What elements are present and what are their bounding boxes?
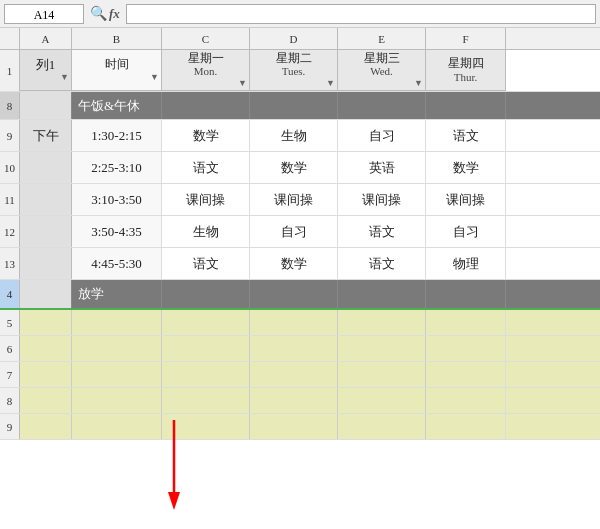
cell-e12[interactable]: 语文: [338, 216, 426, 247]
cell-c18[interactable]: [162, 388, 250, 413]
cell-a17[interactable]: [20, 362, 72, 387]
cell-f11[interactable]: 课间操: [426, 184, 506, 215]
cell-c9[interactable]: 数学: [162, 120, 250, 151]
cell-f9[interactable]: 语文: [426, 120, 506, 151]
cell-a18[interactable]: [20, 388, 72, 413]
dropdown-arrow-e1[interactable]: ▼: [414, 78, 423, 89]
cell-d18[interactable]: [250, 388, 338, 413]
cell-e1[interactable]: 星期三 Wed. ▼: [338, 50, 426, 91]
cell-c13[interactable]: 语文: [162, 248, 250, 279]
cell-f16[interactable]: [426, 336, 506, 361]
cell-f13[interactable]: 物理: [426, 248, 506, 279]
cell-b1[interactable]: 时间 ▼: [72, 50, 162, 91]
cell-e16[interactable]: [338, 336, 426, 361]
cell-f8[interactable]: [426, 92, 506, 119]
cell-reference-box[interactable]: A14: [4, 4, 84, 24]
cell-b12[interactable]: 3:50-4:35: [72, 216, 162, 247]
formula-toolbar: A14 🔍 fx: [0, 0, 600, 28]
cell-c8[interactable]: [162, 92, 250, 119]
svg-marker-1: [168, 492, 180, 510]
cell-b14[interactable]: 放学: [72, 280, 162, 308]
cell-e15[interactable]: [338, 310, 426, 335]
cell-a14[interactable]: [20, 280, 72, 308]
cell-a10[interactable]: [20, 152, 72, 183]
cell-e9[interactable]: 自习: [338, 120, 426, 151]
cell-a13[interactable]: [20, 248, 72, 279]
cell-d13[interactable]: 数学: [250, 248, 338, 279]
col-header-a[interactable]: A: [20, 28, 72, 49]
cell-f12[interactable]: 自习: [426, 216, 506, 247]
cell-d17[interactable]: [250, 362, 338, 387]
column-headers-row: A B C D E F: [0, 28, 600, 50]
cell-f19[interactable]: [426, 414, 506, 439]
col-header-c[interactable]: C: [162, 28, 250, 49]
cell-e19[interactable]: [338, 414, 426, 439]
cell-b16[interactable]: [72, 336, 162, 361]
cell-e11[interactable]: 课间操: [338, 184, 426, 215]
cell-b15[interactable]: [72, 310, 162, 335]
cell-e14[interactable]: [338, 280, 426, 308]
formula-bar[interactable]: [126, 4, 596, 24]
cell-e10[interactable]: 英语: [338, 152, 426, 183]
cell-d10[interactable]: 数学: [250, 152, 338, 183]
cell-b13[interactable]: 4:45-5:30: [72, 248, 162, 279]
cell-b11[interactable]: 3:10-3:50: [72, 184, 162, 215]
corner-cell: [0, 28, 20, 49]
cell-b9[interactable]: 1:30-2:15: [72, 120, 162, 151]
cell-e18[interactable]: [338, 388, 426, 413]
col-header-d[interactable]: D: [250, 28, 338, 49]
cell-f1[interactable]: 星期四 Thur.: [426, 50, 506, 91]
cell-a19[interactable]: [20, 414, 72, 439]
dropdown-arrow-b1[interactable]: ▼: [150, 72, 159, 83]
cell-b17[interactable]: [72, 362, 162, 387]
cell-d9[interactable]: 生物: [250, 120, 338, 151]
dropdown-arrow-c1[interactable]: ▼: [238, 78, 247, 89]
cell-d14[interactable]: [250, 280, 338, 308]
col-header-e[interactable]: E: [338, 28, 426, 49]
cell-d1[interactable]: 星期二 Tues. ▼: [250, 50, 338, 91]
cell-a11[interactable]: [20, 184, 72, 215]
cell-d15[interactable]: [250, 310, 338, 335]
cell-c12[interactable]: 生物: [162, 216, 250, 247]
cell-c1[interactable]: 星期一 Mon. ▼: [162, 50, 250, 91]
cell-f15[interactable]: [426, 310, 506, 335]
cell-b10[interactable]: 2:25-3:10: [72, 152, 162, 183]
row-num-16: 6: [0, 336, 20, 361]
cell-c14[interactable]: [162, 280, 250, 308]
cell-f10[interactable]: 数学: [426, 152, 506, 183]
cell-e13[interactable]: 语文: [338, 248, 426, 279]
row-num-19: 9: [0, 414, 20, 439]
dismissal-row: 4 放学: [0, 280, 600, 310]
cell-d12[interactable]: 自习: [250, 216, 338, 247]
cell-a12[interactable]: [20, 216, 72, 247]
cell-e17[interactable]: [338, 362, 426, 387]
cell-c16[interactable]: [162, 336, 250, 361]
cell-c15[interactable]: [162, 310, 250, 335]
row-num-15: 5: [0, 310, 20, 335]
cell-d16[interactable]: [250, 336, 338, 361]
cell-f17[interactable]: [426, 362, 506, 387]
cell-d8[interactable]: [250, 92, 338, 119]
cell-f14[interactable]: [426, 280, 506, 308]
cell-a9[interactable]: 下午: [20, 120, 72, 151]
cell-b8[interactable]: 午饭&午休: [72, 92, 162, 119]
cell-d11[interactable]: 课间操: [250, 184, 338, 215]
cell-c10[interactable]: 语文: [162, 152, 250, 183]
cell-a1[interactable]: 列1 ▼: [20, 50, 72, 91]
cell-a15[interactable]: [20, 310, 72, 335]
cell-a16[interactable]: [20, 336, 72, 361]
cell-c17[interactable]: [162, 362, 250, 387]
cell-f18[interactable]: [426, 388, 506, 413]
cell-b18[interactable]: [72, 388, 162, 413]
dropdown-arrow-a1[interactable]: ▼: [60, 72, 69, 83]
table-row-12: 12 3:50-4:35 生物 自习 语文 自习: [0, 216, 600, 248]
fx-area: 🔍 fx: [90, 5, 120, 22]
dropdown-arrow-d1[interactable]: ▼: [326, 78, 335, 89]
cell-d19[interactable]: [250, 414, 338, 439]
cell-e8[interactable]: [338, 92, 426, 119]
cell-c11[interactable]: 课间操: [162, 184, 250, 215]
cell-a8[interactable]: [20, 92, 72, 119]
col-header-b[interactable]: B: [72, 28, 162, 49]
cell-b19[interactable]: [72, 414, 162, 439]
col-header-f[interactable]: F: [426, 28, 506, 49]
